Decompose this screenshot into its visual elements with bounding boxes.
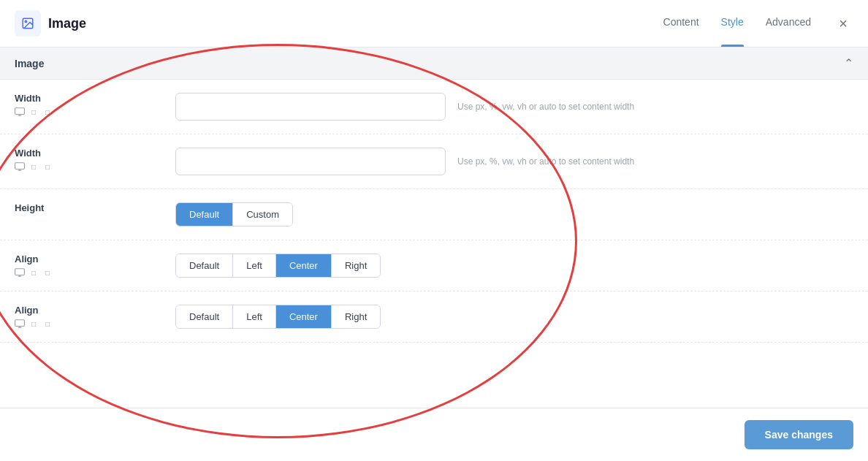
control-height: Default Custom: [175, 202, 853, 226]
width2-hint: Use px, %, vw, vh or auto to set content…: [457, 156, 634, 167]
label-col-width1: Width □ □: [15, 93, 161, 117]
section-header[interactable]: Image ⌃: [0, 47, 868, 80]
control-align1: Default Left Center Right: [175, 254, 853, 278]
mobile-icon2[interactable]: □: [42, 161, 53, 172]
device-icons-align1: □ □: [15, 267, 161, 278]
tab-nav: Content Style Advanced ×: [663, 13, 853, 34]
desktop-icon4[interactable]: [15, 319, 25, 329]
tab-style[interactable]: Style: [721, 16, 744, 31]
align1-button-group: Default Left Center Right: [175, 254, 381, 278]
label-width1: Width: [15, 93, 161, 104]
width1-input[interactable]: [175, 93, 446, 121]
mobile-icon[interactable]: □: [42, 107, 53, 117]
align1-right-button[interactable]: Right: [332, 254, 380, 277]
tab-content[interactable]: Content: [663, 16, 699, 31]
tablet-icon2[interactable]: □: [28, 161, 39, 172]
svg-rect-2: [15, 108, 25, 115]
device-icons-width2: □ □: [15, 161, 161, 172]
label-col-align2: Align □ □: [15, 305, 161, 329]
svg-rect-11: [15, 320, 25, 327]
row-width2: Width □ □ Use px, %, vw, vh or auto to s…: [0, 134, 868, 189]
content-area: Width □ □ Use px, %, vw, vh or auto to s…: [0, 80, 868, 343]
tab-advanced[interactable]: Advanced: [766, 16, 811, 31]
align1-left-button[interactable]: Left: [233, 254, 276, 277]
close-button[interactable]: ×: [833, 13, 853, 34]
label-align1: Align: [15, 254, 161, 264]
height-default-button[interactable]: Default: [176, 203, 233, 226]
image-icon: [15, 10, 41, 37]
align2-default-button[interactable]: Default: [176, 305, 233, 328]
header-left: Image: [15, 10, 86, 37]
label-col-width2: Width □ □: [15, 148, 161, 172]
align2-button-group: Default Left Center Right: [175, 305, 381, 329]
panel-title: Image: [48, 16, 86, 31]
label-height: Height: [15, 202, 161, 213]
save-changes-button[interactable]: Save changes: [745, 420, 853, 449]
desktop-icon[interactable]: [15, 107, 25, 117]
mobile-icon4[interactable]: □: [42, 319, 53, 329]
device-icons-width1: □ □: [15, 107, 161, 117]
align1-default-button[interactable]: Default: [176, 254, 233, 277]
align1-center-button[interactable]: Center: [276, 254, 332, 277]
panel-footer: Save changes: [0, 408, 868, 461]
tablet-icon4[interactable]: □: [28, 319, 39, 329]
row-align2: Align □ □ Default Left Center Right: [0, 292, 868, 343]
desktop-icon3[interactable]: [15, 267, 25, 278]
chevron-up-icon: ⌃: [844, 56, 853, 70]
control-width2: Use px, %, vw, vh or auto to set content…: [175, 148, 853, 175]
label-width2: Width: [15, 148, 161, 159]
align2-right-button[interactable]: Right: [332, 305, 380, 328]
height-button-group: Default Custom: [175, 202, 293, 226]
width2-input[interactable]: [175, 148, 446, 175]
desktop-icon2[interactable]: [15, 161, 25, 172]
control-width1: Use px, %, vw, vh or auto to set content…: [175, 93, 853, 121]
width1-hint: Use px, %, vw, vh or auto to set content…: [457, 102, 634, 112]
tablet-icon3[interactable]: □: [28, 267, 39, 278]
mobile-icon3[interactable]: □: [42, 267, 53, 278]
control-align2: Default Left Center Right: [175, 305, 853, 329]
label-col-align1: Align □ □: [15, 254, 161, 278]
device-icons-align2: □ □: [15, 319, 161, 329]
row-align1: Align □ □ Default Left Center Right: [0, 240, 868, 292]
label-col-height: Height: [15, 202, 161, 216]
height-custom-button[interactable]: Custom: [233, 203, 292, 226]
panel-header: Image Content Style Advanced ×: [0, 0, 868, 47]
label-align2: Align: [15, 305, 161, 316]
svg-rect-8: [15, 269, 25, 275]
svg-rect-5: [15, 163, 25, 169]
tablet-icon[interactable]: □: [28, 107, 39, 117]
svg-point-1: [25, 20, 26, 22]
row-width1: Width □ □ Use px, %, vw, vh or auto to s…: [0, 80, 868, 134]
align2-left-button[interactable]: Left: [233, 305, 276, 328]
section-title: Image: [15, 58, 44, 69]
align2-center-button[interactable]: Center: [276, 305, 332, 328]
row-height: Height Default Custom: [0, 189, 868, 240]
